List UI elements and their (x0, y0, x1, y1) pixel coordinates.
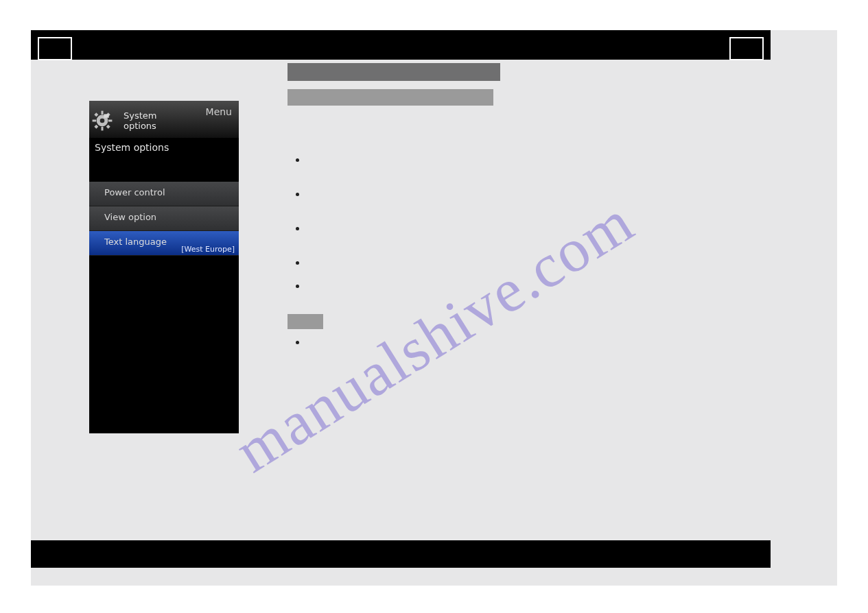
tv-header-bar: Menu (89, 101, 239, 138)
tv-option-label: Text language (104, 237, 167, 247)
redacted-note-heading (288, 314, 323, 329)
tv-subheader: System options (89, 138, 239, 175)
svg-rect-7 (94, 125, 98, 129)
tv-header-caption-line1: System (124, 110, 156, 121)
tv-option-power-control[interactable]: Power control (89, 182, 239, 206)
step-bullet (307, 222, 727, 228)
gear-icon (92, 110, 113, 131)
tv-screenshot: Menu (89, 101, 239, 433)
instruction-column (288, 63, 727, 341)
svg-rect-10 (104, 114, 108, 117)
note-list (307, 336, 727, 341)
step-bullet (307, 188, 727, 193)
top-bar (31, 30, 771, 60)
tv-header-caption-line2: options (124, 121, 156, 131)
svg-rect-8 (106, 125, 110, 129)
tv-option-value: [West Europe] (181, 245, 235, 254)
svg-rect-4 (108, 120, 112, 122)
bottom-bar (31, 540, 771, 568)
tv-option-text-language[interactable]: Text language [West Europe] (89, 231, 239, 256)
next-page-box[interactable] (729, 37, 764, 60)
prev-page-box[interactable] (38, 37, 72, 60)
tv-option-label: Power control (104, 187, 165, 197)
tv-option-label: View option (104, 212, 156, 222)
step-bullet (307, 154, 727, 159)
tv-spacer (89, 175, 239, 182)
tv-option-view-option[interactable]: View option (89, 206, 239, 231)
tv-menu-badge: Menu (206, 106, 232, 117)
svg-rect-1 (102, 111, 104, 115)
tv-header-caption: System options (124, 110, 156, 131)
instruction-steps (307, 154, 727, 285)
redacted-heading-1 (288, 63, 500, 81)
svg-rect-2 (102, 127, 104, 130)
page-canvas: manualshive.com Menu (31, 30, 837, 586)
note-bullet (307, 336, 727, 341)
svg-rect-3 (93, 120, 96, 122)
step-bullet (307, 280, 727, 285)
svg-point-9 (100, 119, 105, 123)
redacted-heading-2 (288, 89, 493, 106)
svg-rect-5 (94, 112, 98, 117)
step-bullet (307, 256, 727, 262)
